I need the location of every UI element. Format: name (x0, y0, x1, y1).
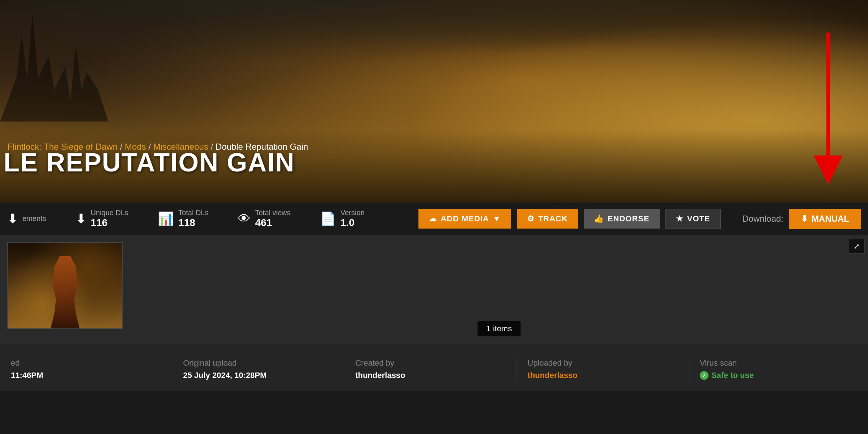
content-area: 1 items ⤢ (0, 235, 868, 344)
add-media-label: ADD MEDIA (441, 214, 489, 224)
total-views-label: Total views (255, 209, 290, 217)
file-icon: 📄 (320, 211, 336, 226)
version-info: Version 1.0 (340, 209, 365, 229)
total-dls-value: 118 (178, 217, 208, 229)
total-dls-icon: 📊 (158, 211, 174, 226)
endorse-icon: 👍 (594, 214, 604, 224)
download-icon: ⬇ (7, 211, 18, 226)
total-views-value: 461 (255, 217, 290, 229)
manual-label: MANUAL (812, 214, 849, 224)
virus-scan-value: Safe to use (711, 371, 754, 380)
page-wrapper: Flintlock: The Siege of Dawn / Mods / Mi… (0, 0, 868, 391)
meta-value-5: Safe to use (700, 371, 850, 380)
meta-value-2: 25 July 2024, 10:28PM (183, 371, 333, 380)
meta-label-2: Original upload (183, 358, 333, 368)
total-views-info: Total views 461 (255, 209, 290, 229)
eye-icon: 👁 (238, 211, 251, 226)
unique-dls-value: 116 (91, 217, 129, 229)
virus-check-icon (700, 371, 709, 380)
stat-version: 📄 Version 1.0 (320, 209, 365, 229)
endorse-button[interactable]: 👍 ENDORSE (584, 209, 660, 229)
divider-1 (61, 210, 61, 228)
gallery-content: 1 items (130, 235, 868, 344)
manual-download-icon: ⬇ (801, 214, 808, 224)
meta-col-5: Virus scan Safe to use (689, 358, 861, 380)
unique-dls-icon: ⬇ (76, 211, 86, 226)
meta-label-5: Virus scan (700, 358, 850, 368)
divider-4 (305, 210, 305, 228)
action-buttons: ☁ ADD MEDIA ▼ ⚙ TRACK 👍 ENDORSE ★ VOTE (418, 209, 720, 229)
metadata-section: ed 11:46PM Original upload 25 July 2024,… (0, 344, 868, 391)
endorse-label: ENDORSE (608, 214, 650, 224)
requirements-info: ements (22, 214, 46, 223)
unique-dls-label: Unique DLs (91, 209, 129, 217)
items-badge: 1 items (478, 321, 521, 336)
expand-icon: ⤢ (854, 242, 860, 250)
download-label: Download: (743, 214, 783, 224)
meta-label-3: Created by (355, 358, 505, 368)
total-dls-label: Total DLs (178, 209, 208, 217)
vote-icon: ★ (676, 214, 684, 224)
gallery-thumbnail[interactable] (7, 242, 123, 329)
bottom-row: ed 11:46PM Original upload 25 July 2024,… (0, 344, 868, 391)
meta-value-1: 11:46PM (11, 371, 161, 380)
mod-title: LE REPUTATION GAIN (4, 148, 295, 177)
hero-section: Flintlock: The Siege of Dawn / Mods / Mi… (0, 0, 868, 203)
meta-label-4: Uploaded by (528, 358, 678, 368)
gallery-section (0, 235, 130, 344)
track-button[interactable]: ⚙ TRACK (517, 209, 578, 229)
total-dls-info: Total DLs 118 (178, 209, 208, 229)
track-label: TRACK (538, 214, 568, 224)
unique-dls-info: Unique DLs 116 (91, 209, 129, 229)
divider-3 (223, 210, 223, 228)
expand-button[interactable]: ⤢ (849, 239, 864, 254)
add-media-button[interactable]: ☁ ADD MEDIA ▼ (418, 209, 511, 229)
download-section: Download: ⬇ MANUAL (743, 209, 861, 229)
requirements-label: ements (22, 214, 46, 223)
track-icon: ⚙ (527, 214, 535, 224)
dropdown-icon: ▼ (493, 214, 501, 224)
vote-label: VOTE (687, 214, 710, 224)
meta-label-1: ed (11, 358, 161, 368)
vote-button[interactable]: ★ VOTE (665, 209, 721, 229)
cloud-icon: ☁ (429, 214, 437, 224)
meta-col-1: ed 11:46PM (7, 358, 172, 380)
version-value: 1.0 (340, 217, 365, 229)
meta-col-4: Uploaded by thunderlasso (517, 358, 689, 380)
divider-2 (143, 210, 143, 228)
meta-value-3: thunderlasso (355, 371, 505, 380)
manual-download-button[interactable]: ⬇ MANUAL (789, 209, 861, 229)
version-label: Version (340, 209, 365, 217)
stat-total-views: 👁 Total views 461 (238, 209, 290, 229)
meta-col-2: Original upload 25 July 2024, 10:28PM (172, 358, 344, 380)
stat-requirements: ⬇ ements (7, 211, 46, 226)
meta-col-3: Created by thunderlasso (344, 358, 516, 380)
stats-bar: ⬇ ements ⬇ Unique DLs 116 📊 Total DLs 11… (0, 203, 868, 235)
stat-unique-dls: ⬇ Unique DLs 116 (76, 209, 129, 229)
stat-total-dls: 📊 Total DLs 118 (158, 209, 208, 229)
meta-value-4[interactable]: thunderlasso (528, 371, 678, 380)
